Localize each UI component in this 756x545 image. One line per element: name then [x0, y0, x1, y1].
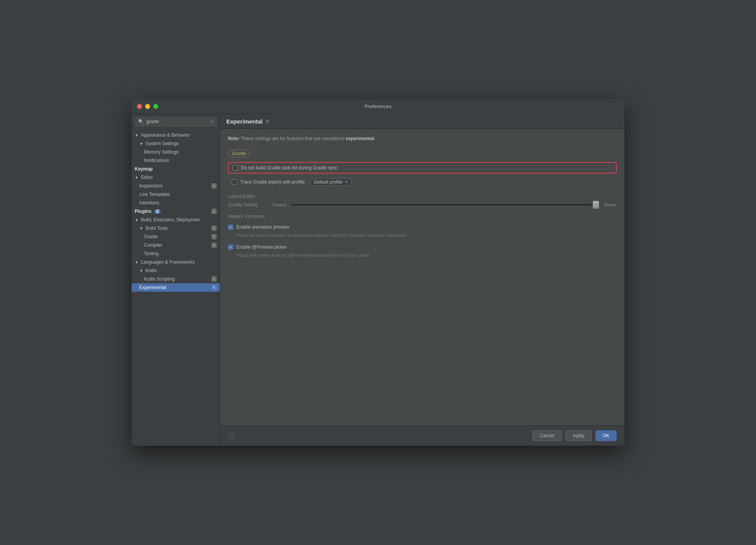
sidebar-item-appearance[interactable]: ▼ Appearance & Behavior	[132, 131, 220, 139]
sidebar-item-notifications[interactable]: Notifications	[132, 156, 220, 165]
apply-button[interactable]: Apply	[565, 430, 592, 441]
sidebar-item-build-execution[interactable]: ▼ Build, Execution, Deploymen	[132, 216, 220, 224]
note-text: These settings are for features that are…	[240, 136, 346, 141]
plugins-badge: 2	[154, 209, 161, 214]
page-icon: ≡	[211, 226, 217, 231]
note-prefix: Note:	[228, 136, 240, 141]
compose-item-1: ✓ Enable animation preview Frame-by-fram…	[228, 222, 617, 237]
search-input[interactable]	[146, 119, 207, 124]
sidebar-item-intentions[interactable]: Intentions	[132, 199, 220, 207]
note-bold: experimental	[346, 136, 374, 141]
quality-slower-label: Slower	[604, 202, 617, 207]
gradle-checkbox2[interactable]	[232, 179, 237, 185]
page-icon: ≡	[211, 234, 217, 239]
gradle-checkbox1[interactable]	[232, 165, 238, 171]
nav-tree: ▼ Appearance & Behavior ▼ System Setting…	[132, 129, 220, 446]
quality-setting-row: Quality Setting Fastest Slower	[228, 202, 617, 207]
compose-item-2: ✓ Enable @Preview picker Popup with edit…	[228, 242, 617, 257]
compose-checkbox1-label: Enable animation preview	[236, 224, 289, 230]
sidebar-item-live-templates[interactable]: Live Templates	[132, 190, 220, 199]
sidebar-item-languages[interactable]: ▼ Languages & Frameworks	[132, 258, 220, 266]
gradle-checkbox1-row: Do not build Gradle task list during Gra…	[228, 162, 617, 174]
layout-editor-label: Layout Editor	[228, 194, 617, 199]
sidebar-item-gradle[interactable]: Gradle ≡	[132, 232, 220, 241]
quality-fastest-label: Fastest	[273, 202, 286, 207]
maximize-button[interactable]	[153, 104, 158, 109]
titlebar: Preferences	[132, 99, 624, 114]
sidebar-item-build-tools[interactable]: ▼ Build Tools ≡	[132, 224, 220, 232]
sidebar-item-kotlin-scripting[interactable]: Kotlin Scripting ≡	[132, 275, 220, 283]
preferences-window: Preferences 🔍 ✕ ▼ Appearance & Behavior …	[132, 99, 624, 446]
sidebar-item-kotlin[interactable]: ▼ Kotlin	[132, 266, 220, 275]
bottom-bar: ? Cancel Apply OK	[220, 425, 624, 446]
ok-button[interactable]: OK	[595, 430, 617, 441]
page-icon: ≡	[211, 209, 217, 214]
chevron-down-icon: ▼	[139, 142, 143, 146]
compose-item2-desc: Popup with editing tools for @Preview an…	[236, 253, 617, 257]
chevron-down-icon: ▼	[135, 133, 139, 137]
main-layout: 🔍 ✕ ▼ Appearance & Behavior ▼ System Set…	[132, 114, 624, 446]
sidebar-item-plugins[interactable]: Plugins 2 ≡	[132, 207, 220, 216]
quality-slider[interactable]	[291, 204, 599, 206]
quality-slider-container: Fastest Slower	[273, 202, 617, 207]
page-icon: ≡	[211, 285, 217, 290]
gradle-checkbox1-label: Do not build Gradle task list during Gra…	[241, 165, 338, 171]
note-suffix: .	[374, 136, 375, 141]
chevron-down-icon: ▼	[135, 260, 139, 264]
sidebar-item-experimental[interactable]: Experimental ≡	[132, 283, 220, 292]
chevron-down-icon: ▼	[135, 218, 139, 222]
sidebar-item-system-settings[interactable]: ▼ System Settings	[132, 139, 220, 148]
close-button[interactable]	[137, 104, 142, 109]
cancel-button[interactable]: Cancel	[532, 430, 561, 441]
window-controls	[137, 104, 158, 109]
sidebar-item-keymap[interactable]: Keymap	[132, 165, 220, 173]
sidebar-item-editor[interactable]: ▼ Editor	[132, 173, 220, 182]
help-button[interactable]: ?	[228, 432, 236, 440]
page-icon: ⊡	[266, 119, 269, 124]
chevron-down-icon: ▼	[139, 226, 143, 231]
nav-arrows: ← →	[603, 118, 618, 125]
sidebar-item-memory-settings[interactable]: Memory Settings	[132, 148, 220, 156]
compose-item1-desc: Frame-by-frame inspection of animations …	[236, 233, 617, 237]
compose-checkbox1[interactable]: ✓	[228, 224, 233, 230]
compose-checkbox2[interactable]: ✓	[228, 244, 233, 250]
content-body: Note: These settings are for features th…	[220, 129, 624, 425]
compose-checkbox2-label: Enable @Preview picker	[236, 244, 287, 250]
sidebar-item-inspections[interactable]: Inspections ≡	[132, 182, 220, 190]
profile-dropdown-value: Default profile	[314, 179, 342, 185]
content-title: Experimental ⊡	[226, 118, 269, 125]
profile-dropdown[interactable]: Default profile ▼	[310, 178, 351, 186]
forward-arrow-icon[interactable]: →	[612, 118, 618, 125]
content-header: Experimental ⊡ ← →	[220, 114, 624, 129]
note-box: Note: These settings are for features th…	[228, 135, 617, 142]
window-title: Preferences	[365, 104, 391, 109]
sidebar: 🔍 ✕ ▼ Appearance & Behavior ▼ System Set…	[132, 114, 220, 446]
back-arrow-icon[interactable]: ←	[603, 118, 609, 125]
compose-checkbox1-row: ✓ Enable animation preview	[228, 222, 617, 232]
quality-setting-label: Quality Setting	[228, 202, 266, 207]
page-icon: ≡	[211, 242, 217, 248]
page-icon: ≡	[211, 183, 217, 189]
jetpack-compose-section: ✓ Enable animation preview Frame-by-fram…	[228, 222, 617, 257]
gradle-checkbox2-row: Trace Gradle import with profile: Defaul…	[228, 176, 617, 188]
gradle-checkbox2-label: Trace Gradle import with profile:	[240, 179, 306, 185]
jetpack-compose-label: Jetpack Compose	[228, 214, 617, 219]
page-icon: ≡	[211, 276, 217, 282]
chevron-down-icon: ▼	[135, 176, 139, 180]
search-box[interactable]: 🔍 ✕	[135, 117, 217, 126]
search-icon: 🔍	[138, 119, 144, 124]
search-clear-icon[interactable]: ✕	[210, 119, 213, 124]
gradle-section-label: Gradle	[228, 150, 250, 157]
minimize-button[interactable]	[145, 104, 150, 109]
content-area: Experimental ⊡ ← → Note: These settings …	[220, 114, 624, 446]
compose-checkbox2-row: ✓ Enable @Preview picker	[228, 242, 617, 252]
sidebar-item-compiler[interactable]: Compiler ≡	[132, 241, 220, 249]
sidebar-item-testing[interactable]: Testing	[132, 249, 220, 258]
chevron-down-icon: ▼	[139, 269, 143, 273]
chevron-down-icon: ▼	[345, 180, 348, 184]
slider-thumb[interactable]	[593, 201, 599, 209]
